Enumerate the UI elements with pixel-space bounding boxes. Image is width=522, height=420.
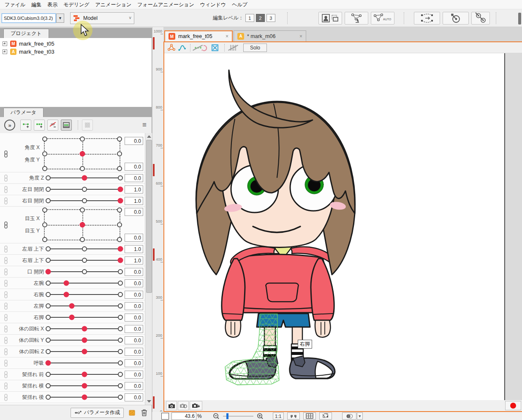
delete-key-button[interactable] [47, 120, 58, 131]
param-slider[interactable] [48, 195, 120, 206]
document-tab-0[interactable]: Mmark_free_t05× [164, 30, 233, 41]
zoom-value-input[interactable]: 43.6 [171, 412, 196, 420]
bounding-box-icon[interactable] [210, 44, 220, 52]
slider-handle[interactable] [82, 326, 87, 332]
slider-handle[interactable] [63, 281, 69, 286]
link-icon[interactable] [3, 314, 9, 321]
parameter-scrollbar[interactable] [145, 133, 152, 405]
zoom-out-icon[interactable] [213, 413, 220, 420]
glue-tool-icon-disabled[interactable] [193, 44, 209, 52]
menu-item-7[interactable]: ヘルプ [229, 0, 250, 9]
record-button[interactable] [505, 401, 521, 410]
tree-item-mark_free_t03[interactable]: Amark_free_t03 [0, 48, 152, 56]
actual-size-button[interactable]: 1:1 [273, 412, 284, 420]
link-icon[interactable] [3, 280, 9, 287]
rotate-deformer-button[interactable] [443, 12, 469, 25]
param-slider[interactable] [48, 243, 120, 254]
toolbar-drag-handle[interactable] [518, 13, 521, 25]
link-icon[interactable] [3, 257, 9, 264]
palette-icon[interactable] [129, 409, 136, 416]
slider-handle[interactable] [46, 269, 51, 275]
param-slider[interactable] [48, 184, 120, 195]
display-mode-dropdown[interactable]: ▾ [357, 412, 363, 420]
scroll-up-icon[interactable] [147, 135, 151, 138]
link-icon[interactable] [3, 382, 9, 390]
param-value[interactable]: 0.0 [125, 268, 143, 276]
param-value[interactable]: 1.0 [125, 245, 143, 253]
add-2key-button[interactable] [20, 120, 31, 131]
sdk-version-dropdown-arrow[interactable]: ▼ [56, 14, 64, 23]
pad-handle[interactable] [79, 222, 85, 228]
close-icon[interactable]: × [294, 33, 302, 39]
curve-tool-icon[interactable] [177, 44, 187, 52]
model-view-button[interactable] [318, 12, 342, 25]
tree-item-mark_free_t05[interactable]: Mmark_free_t05 [0, 40, 152, 48]
menu-item-0[interactable]: ファイル [2, 0, 28, 9]
link-icon[interactable] [3, 325, 9, 333]
menu-item-4[interactable]: アニメーション [92, 0, 135, 9]
param-value[interactable]: 0.0 [125, 371, 143, 379]
slider-handle[interactable] [46, 360, 51, 366]
slider-handle[interactable] [118, 198, 123, 204]
param-value[interactable]: 0.0 [125, 393, 143, 401]
link-icon[interactable] [3, 221, 9, 229]
document-tab-1[interactable]: A* mark_m06× [234, 30, 306, 41]
param-slider[interactable] [48, 255, 120, 266]
scroll-down-icon[interactable] [147, 400, 151, 403]
param-slider[interactable] [48, 380, 120, 391]
link-icon[interactable] [3, 303, 9, 310]
param-slider[interactable] [48, 172, 120, 183]
link-icon[interactable] [3, 197, 9, 205]
link-icon[interactable] [3, 371, 9, 378]
param-slider[interactable] [48, 300, 120, 311]
param-value[interactable]: 0.0 [125, 325, 143, 333]
link-icon[interactable] [3, 245, 9, 253]
edit-level-3[interactable]: 3 [266, 14, 275, 22]
mesh-manual-edit-button[interactable] [345, 12, 368, 25]
solo-button[interactable]: Solo [243, 44, 267, 52]
link-icon[interactable] [3, 175, 9, 182]
slider-handle[interactable] [63, 292, 69, 297]
param-slider[interactable] [48, 323, 120, 334]
param-slider[interactable] [48, 346, 120, 357]
param-value[interactable]: 0.0 [125, 382, 143, 390]
param-value[interactable]: 0.0 [125, 163, 143, 171]
canvas-grid-button[interactable] [303, 412, 316, 420]
param-value[interactable]: 0.0 [125, 208, 143, 216]
param-slider[interactable] [48, 266, 120, 277]
mode-select[interactable]: Model ˅ [70, 12, 134, 24]
snapshot-button[interactable] [166, 401, 177, 410]
mesh-edit-button[interactable] [414, 12, 440, 25]
param-value[interactable]: 1.0 [125, 197, 143, 205]
zoom-in-icon[interactable] [257, 413, 264, 420]
slider-handle[interactable] [69, 315, 75, 320]
param-value[interactable]: 0.0 [125, 359, 143, 367]
link-icon[interactable] [3, 337, 9, 344]
slider-handle[interactable] [82, 175, 87, 181]
zoom-slider-handle[interactable] [226, 413, 228, 419]
add-3key-button[interactable] [34, 120, 45, 131]
fit-view-button[interactable] [287, 412, 300, 420]
menu-item-5[interactable]: フォームアニメーション [134, 0, 197, 9]
slider-handle[interactable] [82, 383, 87, 389]
scrollbar-thumb[interactable] [146, 140, 152, 293]
slider-handle[interactable] [118, 246, 123, 252]
parameter-menu-button[interactable]: ≡ [142, 121, 147, 129]
link-icon[interactable] [3, 186, 9, 193]
param-2d-pad[interactable] [44, 209, 120, 240]
mesh-tool-icon[interactable] [167, 44, 176, 52]
expand-icon[interactable] [3, 49, 7, 54]
param-value[interactable]: 0.0 [125, 291, 143, 299]
param-value[interactable]: 1.0 [125, 256, 143, 265]
display-mode-combo[interactable]: ▾ [342, 412, 363, 420]
slider-handle[interactable] [69, 303, 75, 309]
warp-deformer-button[interactable] [471, 12, 490, 25]
canvas-viewport[interactable]: 右脚 [164, 53, 504, 400]
param-value[interactable]: 0.0 [125, 279, 143, 287]
param-slider[interactable] [48, 392, 120, 403]
trash-icon[interactable] [141, 409, 147, 416]
tab-parameter[interactable]: パラメータ [3, 108, 44, 117]
param-value[interactable]: 0.0 [125, 302, 143, 310]
param-value[interactable]: 0.0 [125, 137, 143, 145]
slider-handle[interactable] [118, 258, 123, 263]
